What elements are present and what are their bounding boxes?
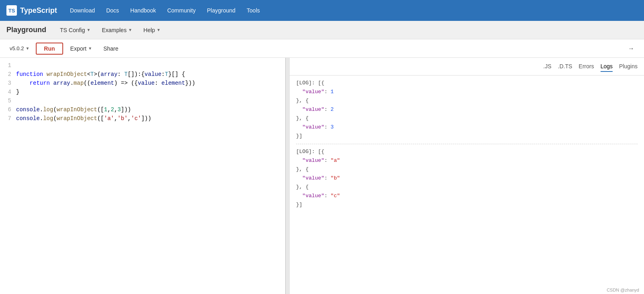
examples-arrow-icon: ▼ [128,28,132,32]
log-line-2-2: "value": "a" [296,156,638,165]
line-numbers: 1 2 3 4 5 6 7 [0,61,16,123]
brand-name: TypeScript [20,6,57,15]
code-line-5 [16,96,279,105]
log-line-2-3: }, { [296,165,638,174]
page-title: Playground [6,26,46,34]
log-line-2-7: }] [296,200,638,209]
log-line-1-3: }, { [296,96,638,105]
tab-logs[interactable]: Logs [601,61,613,72]
examples-menu[interactable]: Examples ▼ [98,25,136,35]
collapse-button[interactable]: → [625,43,638,54]
toolbar: v5.0.2 ▼ Run Export ▼ Share → [0,39,644,58]
log-line-2-5: }, { [296,183,638,192]
nav-download[interactable]: Download [65,4,100,17]
output-tabs: .JS .D.TS Errors Logs Plugins [290,58,644,76]
help-menu[interactable]: Help ▼ [140,25,165,35]
navbar: TS TypeScript Download Docs Handbook Com… [0,0,644,21]
output-content: [LOG]: [{ "value": 1 }, { "value": 2 }, … [290,76,644,294]
footer-attribution: CSDN @zhanyd [607,288,639,292]
code-line-2: function wrapInObject<T>(array: T[]):{va… [16,70,279,79]
nav-tools[interactable]: Tools [242,4,265,17]
main-area: 1 2 3 4 5 6 7 function wrapInObject<T>(a… [0,58,644,294]
code-line-7: console.log(wrapInObject(['a','b','c'])) [16,114,279,123]
code-line-4: } [16,88,279,96]
tab-plugins[interactable]: Plugins [619,61,638,72]
nav-handbook[interactable]: Handbook [126,4,161,17]
tab-errors[interactable]: Errors [579,61,594,72]
log-block-1: [LOG]: [{ "value": 1 }, { "value": 2 }, … [296,79,638,141]
log-line-1-7: }] [296,132,638,141]
version-arrow-icon: ▼ [25,46,29,51]
code-area: 1 2 3 4 5 6 7 function wrapInObject<T>(a… [0,58,285,126]
log-block-2: [LOG]: [{ "value": "a" }, { "value": "b"… [296,147,638,209]
code-line-3: return array.map((element) => ({value: e… [16,79,279,88]
log-line-2-6: "value": "c" [296,192,638,200]
help-arrow-icon: ▼ [156,28,160,32]
export-button[interactable]: Export ▼ [66,43,96,54]
code-lines: function wrapInObject<T>(array: T[]):{va… [16,61,285,123]
log-line-1-1: [LOG]: [{ [296,79,638,88]
share-button[interactable]: Share [99,43,122,54]
nav-playground[interactable]: Playground [202,4,240,17]
subheader: Playground TS Config ▼ Examples ▼ Help ▼ [0,21,644,39]
tsconfig-arrow-icon: ▼ [86,28,91,32]
log-line-2-4: "value": "b" [296,174,638,183]
tab-js[interactable]: .JS [543,61,551,72]
log-line-1-6: "value": 3 [296,123,638,132]
log-line-1-5: }, { [296,114,638,123]
nav-community[interactable]: Community [163,4,201,17]
output-panel: .JS .D.TS Errors Logs Plugins [LOG]: [{ … [290,58,644,294]
code-line-1 [16,61,279,70]
editor-panel[interactable]: 1 2 3 4 5 6 7 function wrapInObject<T>(a… [0,58,286,294]
nav-docs[interactable]: Docs [101,4,124,17]
log-line-1-2: "value": 1 [296,88,638,96]
log-line-2-1: [LOG]: [{ [296,147,638,156]
log-line-1-4: "value": 2 [296,105,638,114]
log-separator [296,144,638,144]
panel-divider[interactable] [286,58,290,294]
export-arrow-icon: ▼ [88,46,92,51]
brand-logo[interactable]: TS TypeScript [6,5,57,16]
version-selector[interactable]: v5.0.2 ▼ [6,44,33,53]
tab-dts[interactable]: .D.TS [558,61,572,72]
tsconfig-menu[interactable]: TS Config ▼ [56,25,95,35]
code-line-6: console.log(wrapInObject([1,2,3])) [16,105,279,114]
ts-logo-icon: TS [6,5,17,16]
run-button[interactable]: Run [36,43,63,55]
